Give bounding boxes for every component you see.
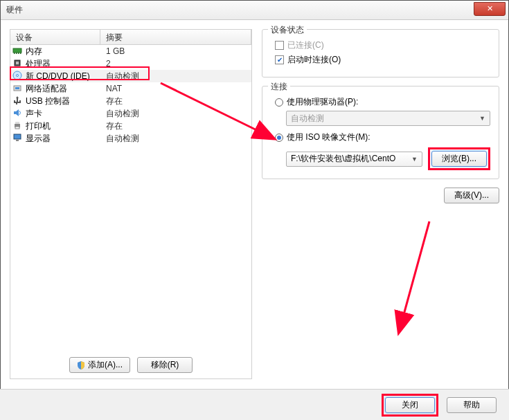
window-close-button[interactable]: ✕: [474, 2, 506, 16]
physical-drive-combo: 自动检测 ▼: [286, 111, 490, 126]
svg-rect-1: [14, 53, 15, 54]
iso-file-label: 使用 ISO 映像文件(M):: [287, 131, 370, 143]
device-list-pane: 设备 摘要 内存1 GB处理器2新 CD/DVD (IDE)自动检测网络适配器N…: [10, 29, 252, 379]
svg-rect-10: [15, 87, 19, 89]
svg-rect-0: [13, 48, 21, 53]
device-name: 处理器: [24, 58, 100, 70]
usb-icon: [10, 95, 24, 107]
device-name: 网络适配器: [24, 83, 100, 95]
connect-at-poweron-checkbox[interactable]: ✔: [275, 55, 284, 64]
status-legend: 设备状态: [268, 24, 307, 36]
titlebar: 硬件 ✕: [1, 1, 508, 20]
device-summary: 存在: [100, 95, 251, 107]
svg-rect-4: [20, 53, 21, 54]
hardware-dialog: 硬件 ✕ 设备 摘要 内存1 GB处理器2新 CD/DVD (IDE)自动检测网…: [0, 0, 509, 420]
device-name: 打印机: [24, 120, 100, 132]
iso-file-radio[interactable]: [275, 134, 283, 142]
connected-checkbox: [275, 41, 284, 50]
physical-drive-radio-row[interactable]: 使用物理驱动器(P):: [275, 96, 490, 108]
table-body: 内存1 GB处理器2新 CD/DVD (IDE)自动检测网络适配器NATUSB …: [10, 45, 251, 351]
table-row[interactable]: 显示器自动检测: [10, 132, 251, 145]
device-summary: 自动检测: [100, 71, 251, 82]
device-buttons: 添加(A)... 移除(R): [10, 351, 251, 378]
connection-legend: 连接: [268, 81, 290, 93]
physical-drive-value: 自动检测: [291, 113, 324, 125]
svg-rect-15: [16, 140, 19, 141]
help-button[interactable]: 帮助: [447, 397, 497, 413]
device-summary: 1 GB: [100, 46, 251, 56]
device-name: 显示器: [24, 133, 100, 145]
advanced-button[interactable]: 高级(V)...: [444, 188, 499, 203]
header-device[interactable]: 设备: [10, 30, 100, 44]
device-name: 内存: [24, 46, 100, 57]
annotation-highlight: 关闭: [382, 394, 438, 417]
header-summary[interactable]: 摘要: [100, 30, 251, 44]
annotation-highlight: 浏览(B)...: [428, 147, 490, 170]
chevron-down-icon: ▼: [479, 115, 485, 122]
chevron-down-icon[interactable]: ▼: [411, 156, 418, 163]
table-header: 设备 摘要: [10, 30, 251, 45]
svg-point-8: [17, 74, 19, 76]
disc-icon: [10, 71, 24, 82]
device-summary: NAT: [100, 84, 251, 93]
svg-rect-3: [18, 53, 19, 54]
printer-icon: [10, 120, 24, 132]
svg-rect-2: [16, 53, 17, 54]
close-button[interactable]: 关闭: [385, 397, 435, 413]
display-icon: [10, 133, 24, 145]
connected-checkbox-row: 已连接(C): [275, 39, 490, 51]
svg-rect-6: [16, 62, 19, 64]
dialog-footer: 关闭 帮助: [0, 389, 509, 420]
browse-button[interactable]: 浏览(B)...: [431, 151, 487, 167]
device-summary: 自动检测: [100, 133, 251, 145]
table-row[interactable]: 处理器2: [10, 57, 251, 70]
add-device-label: 添加(A)...: [88, 359, 123, 371]
connection-group: 连接 使用物理驱动器(P): 自动检测 ▼ 使用 ISO 映像文件(M):: [262, 86, 499, 179]
device-summary: 自动检测: [100, 108, 251, 120]
iso-path-value: F:\软件安装包\虚拟机\CentO: [291, 153, 395, 165]
table-row[interactable]: 声卡自动检测: [10, 107, 251, 120]
cpu-icon: [10, 58, 24, 70]
device-name: 新 CD/DVD (IDE): [24, 71, 100, 82]
iso-file-radio-row[interactable]: 使用 ISO 映像文件(M):: [275, 131, 490, 143]
table-row[interactable]: 内存1 GB: [10, 45, 251, 57]
add-device-button[interactable]: 添加(A)...: [69, 357, 130, 373]
table-row[interactable]: 打印机存在: [10, 120, 251, 132]
device-name: 声卡: [24, 108, 100, 120]
device-table: 设备 摘要 内存1 GB处理器2新 CD/DVD (IDE)自动检测网络适配器N…: [10, 30, 251, 351]
physical-drive-radio[interactable]: [275, 98, 283, 107]
remove-device-button[interactable]: 移除(R): [137, 357, 193, 373]
svg-rect-13: [15, 127, 19, 129]
device-summary: 2: [100, 59, 251, 69]
connect-at-poweron-label: 启动时连接(O): [287, 54, 341, 66]
device-summary: 存在: [100, 120, 251, 132]
connect-at-poweron-row[interactable]: ✔ 启动时连接(O): [275, 54, 490, 66]
iso-path-combo[interactable]: F:\软件安装包\虚拟机\CentO ▼: [286, 152, 422, 167]
svg-rect-12: [15, 122, 19, 124]
memory-icon: [10, 46, 24, 57]
content-area: 设备 摘要 内存1 GB处理器2新 CD/DVD (IDE)自动检测网络适配器N…: [0, 19, 509, 389]
nic-icon: [10, 83, 24, 95]
window-title: 硬件: [6, 4, 23, 16]
shield-icon: [77, 361, 85, 369]
settings-pane: 设备状态 已连接(C) ✔ 启动时连接(O) 连接 使用物理驱动器(P):: [262, 29, 499, 379]
svg-rect-14: [14, 134, 21, 139]
device-status-group: 设备状态 已连接(C) ✔ 启动时连接(O): [262, 29, 499, 77]
sound-icon: [10, 108, 24, 120]
connected-label: 已连接(C): [287, 39, 324, 51]
physical-drive-label: 使用物理驱动器(P):: [287, 96, 358, 108]
table-row[interactable]: 网络适配器NAT: [10, 82, 251, 95]
table-row[interactable]: 新 CD/DVD (IDE)自动检测: [10, 70, 251, 82]
table-row[interactable]: USB 控制器存在: [10, 95, 251, 107]
device-name: USB 控制器: [24, 95, 100, 107]
advanced-row: 高级(V)...: [262, 188, 499, 203]
